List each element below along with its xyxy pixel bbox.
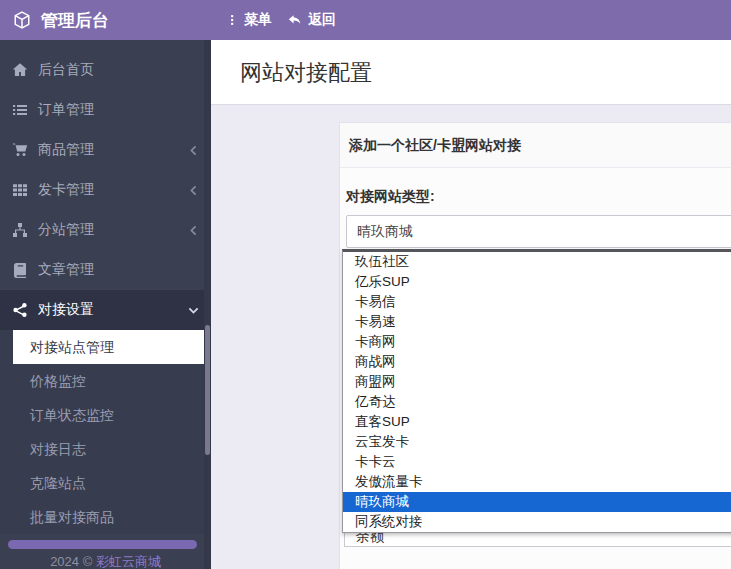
site-type-select[interactable]: 晴玖商城 [346, 215, 731, 248]
top-header: 管理后台 菜单 返回 [0, 0, 731, 40]
menu-button-label: 菜单 [244, 11, 272, 29]
sidebar-item-label: 发卡管理 [38, 181, 94, 199]
menu-button[interactable]: 菜单 [226, 11, 272, 29]
sidebar-item-label: 分站管理 [38, 221, 94, 239]
brand[interactable]: 管理后台 [0, 9, 211, 32]
sidebar-item-label: 文章管理 [38, 261, 94, 279]
sidebar-footer: 2024 © 彩虹云商城 [0, 553, 211, 569]
dropdown-option[interactable]: 直客SUP [343, 412, 731, 432]
dropdown-option[interactable]: 亿奇达 [343, 392, 731, 412]
sidebar-item-cards[interactable]: 发卡管理 [0, 170, 211, 210]
ellipsis-vertical-icon [226, 13, 238, 27]
sidebar-vertical-scrollbar-track [204, 40, 211, 569]
page-title: 网站对接配置 [240, 58, 372, 88]
dropdown-option[interactable]: 玖伍社区 [343, 252, 731, 272]
admin-app: 管理后台 菜单 返回 [0, 0, 731, 569]
card-title: 添加一个社区/卡盟网站对接 [340, 123, 731, 168]
sidebar-vertical-scrollbar-thumb[interactable] [205, 325, 210, 455]
share-nodes-icon [12, 302, 28, 318]
reply-arrow-icon [287, 13, 302, 27]
dropdown-option[interactable]: 商盟网 [343, 372, 731, 392]
chevron-down-icon [188, 305, 199, 316]
dropdown-option[interactable]: 卡卡云 [343, 452, 731, 472]
sitemap-icon [12, 222, 28, 238]
book-icon [12, 262, 28, 278]
cube-icon [13, 11, 31, 29]
back-button[interactable]: 返回 [287, 11, 336, 29]
sidebar-item-dashboard[interactable]: 后台首页 [0, 50, 211, 90]
cart-icon [12, 142, 28, 158]
chevron-left-icon [188, 185, 199, 196]
sidebar-item-articles[interactable]: 文章管理 [0, 250, 211, 290]
dropdown-option-selected[interactable]: 晴玖商城 [343, 492, 731, 512]
grid-icon [12, 182, 28, 198]
site-type-label: 对接网站类型: [346, 188, 731, 206]
dropdown-option[interactable]: 卡易速 [343, 312, 731, 332]
title-band: 网站对接配置 [211, 40, 731, 105]
footer-brand-link[interactable]: 彩虹云商城 [96, 554, 161, 569]
sidebar-item-label: 商品管理 [38, 141, 94, 159]
site-type-select-value: 晴玖商城 [357, 223, 413, 241]
dropdown-option[interactable]: 商战网 [343, 352, 731, 372]
back-button-label: 返回 [308, 11, 336, 29]
integration-submenu: 对接站点管理 价格监控 订单状态监控 对接日志 克隆站点 批量对接商品 [0, 330, 211, 534]
submenu-item-integration-log[interactable]: 对接日志 [0, 432, 211, 466]
dropdown-option[interactable]: 卡商网 [343, 332, 731, 352]
sidebar-item-label: 对接设置 [38, 301, 94, 319]
sidebar-item-orders[interactable]: 订单管理 [0, 90, 211, 130]
sidebar-item-label: 订单管理 [38, 101, 94, 119]
sidebar-horizontal-scrollbar-thumb[interactable] [8, 540, 197, 549]
chevron-left-icon [188, 145, 199, 156]
sidebar-item-products[interactable]: 商品管理 [0, 130, 211, 170]
dropdown-option[interactable]: 卡易信 [343, 292, 731, 312]
sidebar-item-integration-settings[interactable]: 对接设置 [0, 290, 211, 330]
sidebar-item-substations[interactable]: 分站管理 [0, 210, 211, 250]
sidebar-nav: 后台首页 订单管理 商品管理 [0, 40, 211, 534]
sidebar-item-label: 后台首页 [38, 61, 94, 79]
submenu-item-batch-integration[interactable]: 批量对接商品 [0, 500, 211, 534]
submenu-item-price-monitor[interactable]: 价格监控 [0, 364, 211, 398]
brand-title: 管理后台 [41, 9, 109, 32]
sidebar: 后台首页 订单管理 商品管理 [0, 40, 211, 569]
dropdown-option[interactable]: 云宝发卡 [343, 432, 731, 452]
footer-year: 2024 © [50, 554, 92, 569]
submenu-item-clone-site[interactable]: 克隆站点 [0, 466, 211, 500]
list-icon [12, 102, 28, 118]
dropdown-option[interactable]: 亿乐SUP [343, 272, 731, 292]
home-icon [12, 62, 28, 78]
submenu-item-order-status-monitor[interactable]: 订单状态监控 [0, 398, 211, 432]
site-type-dropdown: 玖伍社区 亿乐SUP 卡易信 卡易速 卡商网 商战网 商盟网 亿奇达 直客SUP… [342, 249, 731, 533]
submenu-item-site-management[interactable]: 对接站点管理 [13, 330, 205, 364]
dropdown-option[interactable]: 同系统对接 [343, 512, 731, 532]
dropdown-option[interactable]: 发傲流量卡 [343, 472, 731, 492]
chevron-left-icon [188, 225, 199, 236]
